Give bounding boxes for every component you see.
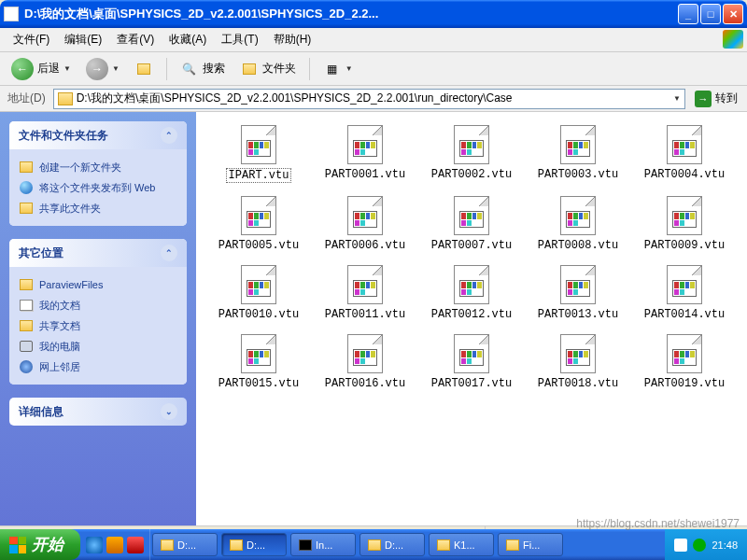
file-item[interactable]: PART0018.vtu — [527, 332, 629, 392]
go-arrow-icon: → — [695, 91, 712, 107]
windows-logo-icon — [723, 30, 743, 49]
vtu-file-icon — [454, 334, 489, 373]
menu-file[interactable]: 文件(F) — [6, 28, 57, 51]
windows-logo-icon — [9, 537, 26, 553]
address-input[interactable] — [77, 92, 673, 105]
file-item[interactable]: PART0017.vtu — [420, 332, 523, 392]
menu-view[interactable]: 查看(V) — [109, 28, 162, 51]
tray-icon[interactable] — [674, 539, 687, 552]
share-icon — [19, 201, 34, 216]
back-button[interactable]: ← 后退 ▼ — [6, 54, 77, 84]
task-publish-web[interactable]: 将这个文件夹发布到 Web — [19, 177, 177, 198]
close-button[interactable]: ✕ — [723, 4, 743, 24]
file-item[interactable]: PART0016.vtu — [314, 332, 416, 392]
forward-button[interactable]: → ▼ — [80, 54, 125, 84]
file-label: PART0008.vtu — [538, 239, 618, 252]
clock: 21:48 — [712, 539, 738, 551]
task-new-folder[interactable]: 创建一个新文件夹 — [19, 157, 177, 177]
file-label: PART0014.vtu — [644, 308, 725, 321]
file-item[interactable]: PART0004.vtu — [633, 123, 736, 185]
file-item[interactable]: PART0019.vtu — [633, 332, 736, 392]
app-icon[interactable] — [106, 537, 123, 553]
addressbar: 地址(D) ▼ → 转到 — [0, 86, 747, 112]
file-label: PART0005.vtu — [218, 239, 299, 252]
folders-button[interactable]: 文件夹 — [234, 56, 302, 82]
taskbar-task[interactable]: D:... — [221, 533, 287, 556]
file-label: PART0012.vtu — [431, 308, 512, 321]
quick-launch — [80, 529, 150, 560]
file-grid: IPART.vtu PART0001.vtu PART0002.vtu PART… — [207, 123, 736, 392]
back-label: 后退 — [37, 61, 60, 77]
file-item[interactable]: IPART.vtu — [207, 123, 310, 185]
place-my-computer[interactable]: 我的电脑 — [19, 336, 177, 357]
file-pane[interactable]: IPART.vtu PART0001.vtu PART0002.vtu PART… — [196, 112, 747, 525]
place-my-documents[interactable]: 我的文档 — [19, 295, 177, 315]
menu-edit[interactable]: 编辑(E) — [57, 28, 109, 51]
search-button[interactable]: 🔍 搜索 — [175, 56, 231, 82]
dropdown-icon: ▼ — [345, 64, 353, 73]
taskbar-task[interactable]: D:... — [359, 533, 425, 556]
file-item[interactable]: PART0005.vtu — [207, 194, 310, 254]
search-label: 搜索 — [203, 61, 225, 77]
start-button[interactable]: 开始 — [0, 529, 80, 560]
file-item[interactable]: PART0013.vtu — [527, 263, 629, 323]
vtu-file-icon — [560, 334, 596, 373]
details-panel: 详细信息 ⌄ — [9, 398, 187, 426]
vtu-file-icon — [241, 196, 276, 235]
other-places-header[interactable]: 其它位置 ⌃ — [9, 239, 187, 267]
taskbar-task[interactable]: In... — [290, 533, 356, 556]
ie-icon[interactable] — [86, 537, 103, 553]
file-label: PART0001.vtu — [325, 168, 405, 181]
file-item[interactable]: PART0002.vtu — [420, 123, 523, 185]
system-tray[interactable]: 21:48 — [665, 529, 747, 560]
go-button[interactable]: → 转到 — [689, 89, 743, 109]
taskbar-task[interactable]: K1... — [429, 533, 494, 556]
taskbar-task[interactable]: Fi... — [498, 533, 563, 556]
folders-icon — [240, 60, 259, 78]
details-header[interactable]: 详细信息 ⌄ — [9, 398, 187, 426]
other-places-body: ParaviewFiles 我的文档 共享文档 我的电脑 网上邻居 — [9, 267, 187, 385]
documents-icon — [19, 298, 34, 313]
menu-tools[interactable]: 工具(T) — [214, 28, 265, 51]
menu-help[interactable]: 帮助(H) — [266, 28, 319, 51]
file-item[interactable]: PART0010.vtu — [207, 263, 310, 323]
taskbar-task[interactable]: D:... — [152, 533, 218, 556]
file-item[interactable]: PART0006.vtu — [314, 194, 416, 254]
up-button[interactable] — [129, 56, 159, 82]
maximize-button[interactable]: □ — [700, 4, 721, 24]
file-tasks-title: 文件和文件夹任务 — [19, 128, 108, 144]
app-icon[interactable] — [127, 537, 144, 553]
titlebar: D:\我的文档\桌面\SPHYSICS_2D_v2.2.001\SPHYSICS… — [0, 0, 747, 28]
views-button[interactable]: ▦ ▼ — [317, 56, 359, 82]
file-tasks-header[interactable]: 文件和文件夹任务 ⌃ — [9, 121, 187, 149]
file-item[interactable]: PART0009.vtu — [633, 194, 736, 254]
file-item[interactable]: PART0015.vtu — [207, 332, 310, 392]
details-title: 详细信息 — [19, 404, 63, 420]
folder-icon — [58, 92, 73, 105]
file-item[interactable]: PART0014.vtu — [633, 263, 736, 323]
file-item[interactable]: PART0003.vtu — [527, 123, 629, 185]
file-item[interactable]: PART0011.vtu — [314, 263, 416, 323]
file-label: PART0016.vtu — [325, 377, 405, 390]
file-item[interactable]: PART0001.vtu — [314, 123, 416, 185]
minimize-button[interactable]: _ — [678, 4, 698, 24]
chevron-up-icon: ⌃ — [161, 127, 177, 144]
file-item[interactable]: PART0007.vtu — [420, 194, 523, 254]
file-label: IPART.vtu — [226, 168, 292, 183]
file-label: PART0018.vtu — [538, 377, 618, 390]
place-paraviewfiles[interactable]: ParaviewFiles — [19, 274, 177, 295]
menubar: 文件(F) 编辑(E) 查看(V) 收藏(A) 工具(T) 帮助(H) — [0, 28, 747, 52]
place-network[interactable]: 网上邻居 — [19, 357, 177, 377]
file-item[interactable]: PART0012.vtu — [420, 263, 523, 323]
vtu-file-icon — [667, 265, 702, 304]
tray-icon[interactable] — [693, 539, 706, 552]
folder-icon — [4, 7, 19, 21]
views-icon: ▦ — [323, 60, 342, 78]
file-item[interactable]: PART0008.vtu — [527, 194, 629, 254]
address-input-wrap[interactable]: ▼ — [53, 89, 685, 109]
task-share-folder[interactable]: 共享此文件夹 — [19, 198, 177, 218]
place-shared-docs[interactable]: 共享文档 — [19, 315, 177, 336]
menu-favorites[interactable]: 收藏(A) — [162, 28, 214, 51]
dropdown-icon[interactable]: ▼ — [673, 94, 681, 103]
dropdown-icon: ▼ — [112, 64, 120, 73]
